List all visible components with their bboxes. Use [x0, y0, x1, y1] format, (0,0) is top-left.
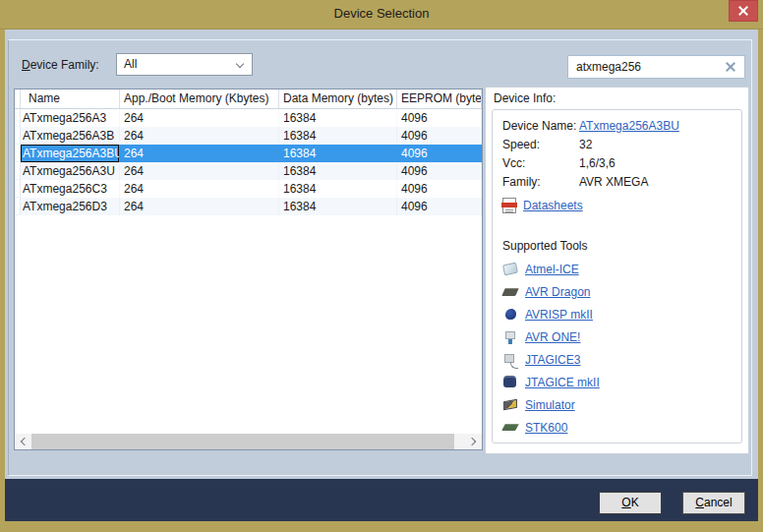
speed-field: Speed: 32	[502, 137, 741, 155]
tool-item: JTAGICE mkII	[502, 374, 741, 390]
horizontal-scrollbar[interactable]	[15, 434, 482, 449]
ok-button[interactable]: OK	[599, 492, 662, 514]
device-info-title: Device Info:	[494, 91, 556, 105]
device-table-header: Name App./Boot Memory (Kbytes) Data Memo…	[15, 89, 482, 109]
device-name-cell: ATxmega256A3U	[21, 162, 120, 180]
column-header-eeprom[interactable]: EEPROM (bytes)	[397, 89, 482, 109]
device-search-box	[567, 55, 745, 79]
scroll-left-arrow-icon[interactable]	[15, 434, 31, 449]
avr-dragon-icon	[502, 285, 519, 299]
dialog-title: Device Selection	[0, 0, 763, 28]
device-name-cell: ATxmega256A3	[21, 109, 120, 127]
tool-item: AVRISP mkII	[502, 306, 741, 323]
device-name-cell: ATxmega256A3B	[21, 127, 120, 145]
device-family-label: Device Family:	[22, 58, 99, 72]
stk600-link[interactable]: STK600	[525, 421, 567, 435]
footer-bar: OK Cancel	[5, 479, 758, 521]
tool-item: AVR ONE!	[502, 328, 741, 345]
tool-item: Simulator	[502, 396, 741, 413]
device-name-link[interactable]: ATxmega256A3BU	[579, 118, 679, 137]
close-button[interactable]	[729, 0, 758, 22]
table-row[interactable]: ATxmega256C3 264 16384 4096	[15, 180, 482, 198]
avrisp-mkii-icon	[502, 308, 519, 322]
jtagice-mkii-icon	[502, 376, 519, 389]
atmel-ice-link[interactable]: Atmel-ICE	[525, 263, 579, 276]
clear-search-icon[interactable]	[726, 62, 735, 72]
supported-tools-label: Supported Tools	[502, 239, 741, 255]
device-table: Name App./Boot Memory (Kbytes) Data Memo…	[14, 89, 483, 450]
jtagice3-icon	[502, 353, 519, 367]
tool-item: AVR Dragon	[502, 283, 741, 300]
supported-tools-list: Atmel-ICE AVR Dragon AVRISP mkII AVR ONE…	[502, 261, 741, 436]
table-row[interactable]: ATxmega256A3B 264 16384 4096	[15, 127, 482, 145]
device-selection-dialog: Device Selection Device Family: All Name…	[0, 0, 763, 532]
device-family-dropdown[interactable]: All	[116, 53, 253, 76]
jtagice3-link[interactable]: JTAGICE3	[525, 353, 580, 367]
column-header-app-boot-memory[interactable]: App./Boot Memory (Kbytes)	[120, 89, 279, 109]
device-name-field: Device Name: ATxmega256A3BU	[502, 118, 741, 137]
device-family-selected-value: All	[124, 54, 137, 75]
datasheets-link[interactable]: Datasheets	[523, 199, 583, 212]
tool-item: Atmel-ICE	[502, 261, 741, 277]
avrisp-mkii-link[interactable]: AVRISP mkII	[525, 308, 593, 322]
tool-item: STK600	[502, 419, 741, 436]
table-row-selected[interactable]: ATxmega256A3BU 264 16384 4096	[15, 145, 482, 162]
device-info-box: Device Name: ATxmega256A3BU Speed: 32 Vc…	[492, 109, 742, 443]
avr-dragon-link[interactable]: AVR Dragon	[525, 285, 590, 299]
column-header-data-memory[interactable]: Data Memory (bytes)	[279, 89, 397, 109]
pdf-icon	[502, 198, 516, 213]
atmel-ice-icon	[502, 263, 519, 276]
stk600-icon	[502, 421, 519, 435]
vcc-field: Vcc: 1,6/3,6	[502, 155, 741, 174]
avr-one-link[interactable]: AVR ONE!	[525, 330, 580, 344]
device-name-cell: ATxmega256A3BU	[21, 145, 120, 162]
scrollbar-thumb[interactable]	[31, 434, 454, 449]
jtagice-mkii-link[interactable]: JTAGICE mkII	[525, 376, 600, 389]
table-row[interactable]: ATxmega256D3 264 16384 4096	[15, 198, 482, 215]
avr-one-icon	[502, 330, 519, 344]
device-search-input[interactable]	[568, 56, 721, 78]
family-field: Family: AVR XMEGA	[502, 174, 741, 193]
tool-item: JTAGICE3	[502, 351, 741, 368]
close-icon	[738, 6, 748, 16]
datasheets-row: Datasheets	[502, 197, 741, 214]
device-name-cell: ATxmega256C3	[21, 180, 120, 198]
simulator-icon	[502, 398, 519, 412]
dialog-body: Device Family: All Name App./Boot Memory…	[5, 30, 758, 521]
cancel-button[interactable]: Cancel	[682, 492, 745, 514]
table-row[interactable]: ATxmega256A3U 264 16384 4096	[15, 162, 482, 180]
scroll-right-arrow-icon[interactable]	[465, 434, 482, 449]
table-row[interactable]: ATxmega256A3 264 16384 4096	[15, 109, 482, 127]
device-info-panel: Device Info: Device Name: ATxmega256A3BU…	[485, 87, 749, 454]
column-header-name[interactable]: Name	[21, 89, 120, 109]
simulator-link[interactable]: Simulator	[525, 398, 575, 412]
titlebar[interactable]: Device Selection	[0, 0, 763, 30]
chevron-down-icon	[236, 60, 244, 68]
device-name-cell: ATxmega256D3	[21, 198, 120, 215]
